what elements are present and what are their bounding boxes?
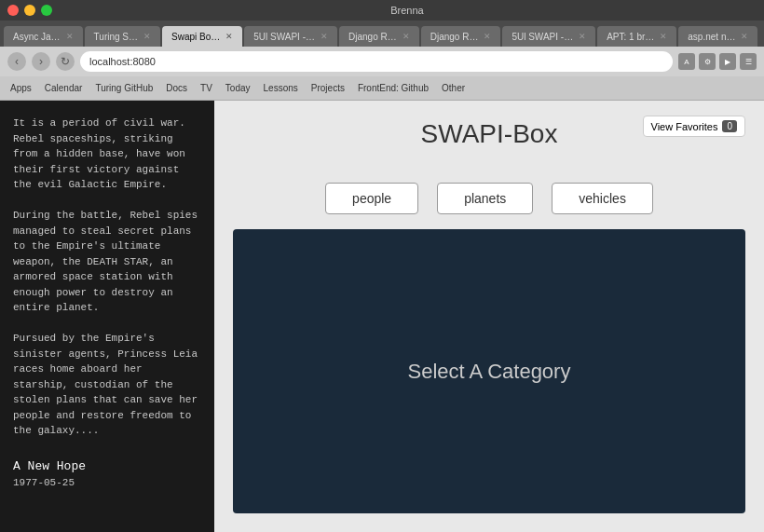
back-button[interactable]: ‹ <box>7 52 26 71</box>
bookmark-apps[interactable]: Apps <box>6 81 36 95</box>
right-panel-header: SWAPI-Box View Favorites 0 <box>233 119 745 168</box>
bookmark-today[interactable]: Today <box>221 81 255 95</box>
url-bar: ‹ › ↻ localhost:8080 A ⚙ ▶ ☰ <box>0 47 764 76</box>
category-buttons: people planets vehicles <box>325 183 653 214</box>
tab-swapi-bo[interactable]: Swapi Bo…✕ <box>162 26 242 47</box>
maximize-button[interactable] <box>41 5 52 16</box>
bookmarks-bar: Apps Calendar Turing GitHub Docs TV Toda… <box>0 76 764 101</box>
close-button[interactable] <box>7 5 19 16</box>
forward-button[interactable]: › <box>32 52 50 71</box>
bookmark-projects[interactable]: Projects <box>307 81 349 95</box>
bookmark-other[interactable]: Other <box>437 81 470 95</box>
tab-swapi-2[interactable]: 5Ul SWAPI -…✕ <box>244 26 337 47</box>
vehicles-button[interactable]: vehicles <box>552 183 653 214</box>
view-favorites-button[interactable]: View Favorites 0 <box>643 116 746 137</box>
url-field[interactable]: localhost:8080 <box>80 51 673 72</box>
bookmark-docs[interactable]: Docs <box>161 81 192 95</box>
reload-button[interactable]: ↻ <box>56 52 75 71</box>
left-panel: It is a period of civil war. Rebel space… <box>0 101 214 532</box>
window-title: Brenna <box>58 5 757 16</box>
bookmark-tv[interactable]: TV <box>196 81 217 95</box>
tab-async-ja[interactable]: Async Ja…✕ <box>4 26 83 47</box>
tab-django-r2[interactable]: Django R…✕ <box>421 26 501 47</box>
minimize-button[interactable] <box>24 5 35 16</box>
tab-asp[interactable]: asp.net n…✕ <box>678 26 757 47</box>
content-box: Select A Category <box>233 229 745 513</box>
right-panel: SWAPI-Box View Favorites 0 people planet… <box>214 101 764 532</box>
favorites-label: View Favorites <box>651 121 718 132</box>
film-title: A New Hope <box>13 457 201 476</box>
people-button[interactable]: people <box>325 183 418 214</box>
extension-icon-4[interactable]: ☰ <box>740 53 757 70</box>
tab-django-r1[interactable]: Django R…✕ <box>339 26 419 47</box>
bookmark-turing-github[interactable]: Turing GitHub <box>90 81 157 95</box>
tab-turing-s[interactable]: Turing S…✕ <box>85 26 160 47</box>
bookmark-frontend[interactable]: FrontEnd: Github <box>353 81 433 95</box>
tab-apt[interactable]: APT: 1 br…✕ <box>597 26 676 47</box>
url-icons: A ⚙ ▶ ☰ <box>678 53 757 70</box>
extension-icon-1[interactable]: A <box>678 53 695 70</box>
extension-icon-3[interactable]: ▶ <box>719 53 736 70</box>
url-text: localhost:8080 <box>89 56 156 67</box>
bookmark-lessons[interactable]: Lessons <box>259 81 303 95</box>
extension-icon-2[interactable]: ⚙ <box>699 53 716 70</box>
crawl-text: It is a period of civil war. Rebel space… <box>13 116 201 439</box>
tab-bar: Async Ja…✕ Turing S…✕ Swapi Bo…✕ 5Ul SWA… <box>0 20 764 47</box>
tab-swapi-3[interactable]: 5Ul SWAPI -…✕ <box>502 26 595 47</box>
bookmark-calendar[interactable]: Calendar <box>40 81 88 95</box>
film-date: 1977-05-25 <box>13 475 201 491</box>
select-category-text: Select A Category <box>408 360 571 384</box>
planets-button[interactable]: planets <box>437 183 533 214</box>
browser-content: It is a period of civil war. Rebel space… <box>0 101 764 532</box>
title-bar: Brenna <box>0 0 764 20</box>
favorites-count: 0 <box>722 120 737 132</box>
app-title: SWAPI-Box <box>421 119 558 149</box>
